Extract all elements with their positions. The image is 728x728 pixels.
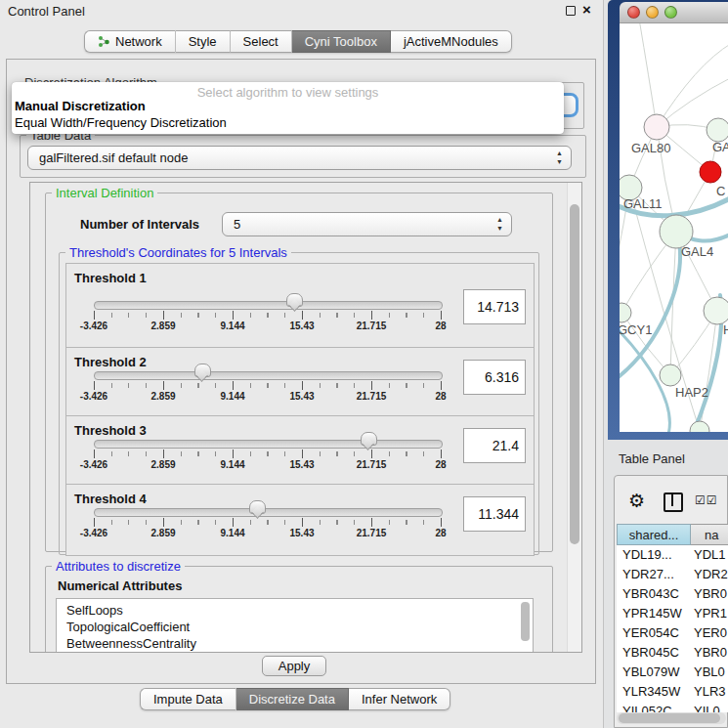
column-header-shared[interactable]: shared... [617,524,691,545]
numerical-attributes-list[interactable]: SelfLoopsTopologicalCoefficientBetweenne… [56,598,534,653]
attribute-item-topologicalcoefficient[interactable]: TopologicalCoefficient [57,619,533,635]
tab-label: Style [189,34,217,49]
scale-label: 21.715 [357,321,387,331]
threshold-1-slider-thumb[interactable] [286,293,303,307]
threshold-4-slider-track[interactable] [94,508,443,517]
apply-button[interactable]: Apply [262,656,326,676]
network-node-gal4[interactable] [660,215,693,248]
network-graph: GAL80GACGAL11GAL4GCY1HHAP2 [620,23,728,432]
table-data-combo[interactable]: galFiltered.sif default node ▲▼ [27,146,572,170]
table-body[interactable]: YDL19...YDL1YDR27...YDR2YBR043CYBR0YPR14… [617,545,728,712]
combo-arrows-icon: ▲▼ [556,149,563,166]
cell-name: YDL1 [694,547,726,562]
threshold-3-slider-track[interactable] [94,440,443,449]
scale-label: -3.426 [80,391,107,402]
node-label-gal80: GAL80 [631,141,670,155]
threshold-row-1: Threshold 1-3.4262.8599.14415.4321.71528… [65,263,535,349]
tab-style[interactable]: Style [176,30,231,53]
network-window-titlebar[interactable] [620,2,728,23]
network-node-hap2[interactable] [660,364,681,386]
float-window-icon[interactable] [566,6,576,16]
scale-label: -3.426 [80,459,107,470]
attributes-group-label: Attributes to discretize [52,559,185,574]
settings-scroll-panel: Interval Definition Number of Intervals … [29,182,582,653]
slider-major-ticks [94,311,442,320]
threshold-4-value-field[interactable]: 11.344 [463,496,526,532]
tab-jactivemnodules[interactable]: jActiveMNodules [391,30,512,53]
scale-label: 9.144 [220,391,244,402]
settings-scrollbar-track[interactable] [567,183,581,652]
scale-label: 15.43 [289,321,314,331]
tab-network[interactable]: Network [84,30,176,53]
split-table-icon[interactable] [664,492,683,512]
threshold-1-slider-track[interactable] [94,301,443,310]
thresholds-group-label: Threshold's Coordinates for 5 Intervals [65,245,291,260]
close-traffic-light-icon[interactable] [627,6,640,19]
table-row[interactable]: YBL079WYBL0 [617,663,728,682]
gear-icon[interactable]: ⚙ [628,490,645,512]
zoom-traffic-light-icon[interactable] [664,6,677,19]
tab-cyni-toolbox[interactable]: Cyni Toolbox [292,30,391,53]
tab-infer-network[interactable]: Infer Network [349,688,450,710]
threshold-2-slider-thumb[interactable] [194,364,211,377]
scale-label: 28 [435,528,446,538]
settings-scrollbar-thumb[interactable] [570,204,579,544]
network-icon [98,35,110,48]
slider-major-ticks [94,381,442,390]
node-label-gal11: GAL11 [623,196,663,211]
network-node[interactable] [690,421,709,432]
cell-shared-name: YBR045C [622,645,679,660]
table-row[interactable]: YER054CYER0 [617,623,728,643]
threshold-label: Threshold 3 [74,423,147,438]
network-node-gal80[interactable] [644,114,669,140]
close-icon[interactable]: × [582,1,591,18]
column-header-name[interactable]: na [691,524,728,545]
tab-impute-data[interactable]: Impute Data [140,688,236,710]
select-columns-icon[interactable]: ☑☑ [695,493,718,507]
threshold-3-slider-thumb[interactable] [361,432,377,446]
scale-label: 15.43 [289,459,314,470]
cell-shared-name: YPR145W [622,606,682,621]
algorithm-popup: Select algorithm to view settings Manual… [12,82,564,134]
interval-definition-group: Interval Definition Number of Intervals … [45,193,553,552]
screen: Control Panel × NetworkStyleSelectCyni T… [0,0,728,728]
tab-select[interactable]: Select [231,30,292,53]
threshold-label: Threshold 4 [74,492,147,506]
network-node-gcy1[interactable] [620,303,631,322]
threshold-4-slider-thumb[interactable] [249,500,266,514]
threshold-label: Threshold 1 [74,271,147,285]
table-row[interactable]: YPR145WYPR1 [617,604,728,623]
table-row[interactable]: YIL052CYIL0 [617,702,728,712]
threshold-2-slider-track[interactable] [94,371,443,380]
network-node-h[interactable] [704,297,728,324]
table-hscrollbar-thumb[interactable] [619,713,720,723]
tab-label: Cyni Toolbox [305,34,377,49]
attribute-item-selfloops[interactable]: SelfLoops [57,602,533,619]
threshold-3-value-field[interactable]: 21.4 [463,428,526,463]
number-of-intervals-spinner[interactable]: 5 ▲▼ [222,212,512,236]
popup-item-manual-discretization[interactable]: Manual Discretization [15,99,146,113]
network-canvas[interactable]: GAL80GACGAL11GAL4GCY1HHAP2 [620,23,728,432]
attribute-item-betweennesscentrality[interactable]: BetweennessCentrality [57,635,533,652]
tab-discretize-data[interactable]: Discretize Data [236,688,349,710]
table-row[interactable]: YBR045CYBR0 [617,643,728,663]
table-row[interactable]: YLR345WYLR3 [617,682,728,702]
threshold-2-value-field[interactable]: 6.316 [463,360,526,395]
tab-label: jActiveMNodules [404,34,498,49]
scale-label: 2.859 [150,391,175,402]
network-node-ga[interactable] [707,118,728,142]
number-of-intervals-label: Number of Intervals [80,217,199,232]
tab-label: Select [243,34,278,49]
table-row[interactable]: YBR043CYBR0 [617,584,728,604]
network-node-c[interactable] [700,161,721,183]
table-row[interactable]: YDL19...YDL1 [617,545,728,565]
scale-label: 9.144 [220,321,244,331]
threshold-1-value-field[interactable]: 14.713 [463,289,526,324]
popup-item-equal-width-frequency[interactable]: Equal Width/Frequency Discretization [15,115,227,130]
table-row[interactable]: YDR27...YDR2 [617,565,728,584]
cell-name: YDR2 [694,567,728,581]
minimize-traffic-light-icon[interactable] [646,6,659,19]
list-scrollbar[interactable] [521,602,530,641]
cell-name: YIL0 [694,704,720,712]
scale-label: 9.144 [220,528,244,538]
